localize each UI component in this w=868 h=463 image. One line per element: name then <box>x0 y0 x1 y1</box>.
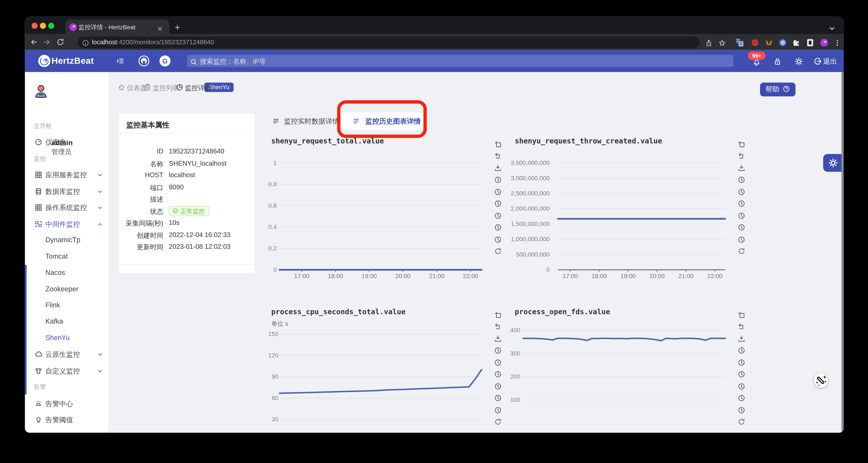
sidebar-item-dynamictp[interactable]: DynamicTp <box>25 232 108 248</box>
sidebar-item[interactable]: 中间件监控 <box>25 216 108 232</box>
sidebar-item-kafka[interactable]: Kafka <box>25 314 108 330</box>
blue-extension-icon[interactable] <box>779 38 786 46</box>
puzzle-extensions-icon-icon[interactable] <box>792 38 800 46</box>
github-icon[interactable] <box>138 55 150 68</box>
clock-icon[interactable] <box>494 395 501 402</box>
sidebar-item-nacos[interactable]: Nacos <box>25 265 108 281</box>
new-tab-button[interactable] <box>174 23 181 33</box>
clock-icon[interactable] <box>494 371 501 378</box>
forward-icon[interactable] <box>43 38 51 48</box>
breadcrumb-item[interactable]: 仪表盘 <box>127 84 147 93</box>
sidebar-item[interactable]: 应用服务监控 <box>25 167 108 183</box>
hertzbeat-logo-icon[interactable] <box>38 55 51 69</box>
tab-search-chevron-icon[interactable] <box>829 23 835 33</box>
clock-icon[interactable] <box>738 406 745 414</box>
tab-realtime-data[interactable]: 监控实时数据详情 <box>269 112 342 130</box>
close-tab-icon[interactable] <box>157 24 163 34</box>
y-tick-label: 0.6 <box>268 202 277 209</box>
download-icon[interactable] <box>738 164 745 171</box>
reload-icon[interactable] <box>56 38 64 48</box>
download-icon[interactable] <box>494 335 501 342</box>
refresh-icon[interactable] <box>738 248 745 255</box>
sidebar-item[interactable]: 数据库监控 <box>25 183 108 199</box>
refresh-icon[interactable] <box>738 418 745 426</box>
clock-icon[interactable] <box>738 236 745 243</box>
logout-label[interactable]: 退出 <box>823 57 837 66</box>
lock-icon[interactable] <box>773 57 782 67</box>
undo-icon[interactable] <box>738 323 745 330</box>
clock-icon[interactable] <box>738 188 745 195</box>
undo-icon[interactable] <box>494 152 501 160</box>
help-button[interactable]: 帮助 <box>760 83 796 96</box>
translate-extension-icon[interactable]: 英1 <box>736 38 743 46</box>
crop-icon[interactable] <box>738 140 745 148</box>
sidebar-item-tomcat[interactable]: Tomcat <box>25 249 108 265</box>
settings-gear-icon[interactable] <box>794 57 803 68</box>
sidebar-item[interactable]: 告警阈值 <box>25 412 108 428</box>
crop-icon[interactable] <box>494 311 501 318</box>
purple-extension-icon[interactable] <box>820 38 828 46</box>
close-window-button[interactable] <box>32 23 38 29</box>
breadcrumb-item: 监控详情 <box>185 84 212 93</box>
refresh-icon[interactable] <box>494 418 501 426</box>
clock-icon[interactable] <box>738 383 745 390</box>
breadcrumb-item[interactable]: 监控列表 <box>153 84 179 93</box>
url-bar[interactable]: localhost:4200/monitors/195232371248640 <box>78 36 700 48</box>
clock-icon[interactable] <box>494 212 501 219</box>
clock-icon[interactable] <box>738 347 745 354</box>
crop-icon[interactable] <box>738 311 745 318</box>
white-extension-icon[interactable] <box>806 38 814 46</box>
clock-icon[interactable] <box>494 176 501 183</box>
sidebar-item[interactable]: 云原生监控 <box>25 347 108 363</box>
y-tick-label: 1 <box>273 159 277 166</box>
sidebar-item[interactable]: 仪表盘 <box>25 134 108 150</box>
undo-icon[interactable] <box>494 323 501 330</box>
sidebar-item-flink[interactable]: Flink <box>25 297 108 314</box>
chart-title: process_cpu_seconds_total.value <box>271 308 406 316</box>
sidebar-item-shenyu[interactable]: ShenYu <box>25 330 108 346</box>
clock-icon[interactable] <box>738 395 745 402</box>
back-icon[interactable] <box>30 38 38 48</box>
sidebar-item[interactable]: 告警通知 <box>25 428 108 433</box>
site-info-icon[interactable] <box>82 38 89 49</box>
metamask-extension-icon[interactable] <box>765 38 773 46</box>
clock-icon[interactable] <box>738 176 745 183</box>
monitor-search-input[interactable]: 搜索监控：名称、IP等 <box>187 55 734 67</box>
avatar[interactable] <box>33 83 49 102</box>
undo-icon[interactable] <box>738 152 745 160</box>
brand-name[interactable]: HertzBeat <box>52 56 94 66</box>
theme-settings-float-button[interactable] <box>823 154 844 172</box>
scrollbar[interactable] <box>841 72 844 433</box>
clock-icon[interactable] <box>494 224 501 231</box>
sidebar-item[interactable]: 自定义监控 <box>25 363 108 379</box>
gitee-icon[interactable]: G <box>159 55 170 68</box>
clock-icon[interactable] <box>738 371 745 378</box>
minimize-window-button[interactable] <box>40 23 46 29</box>
clock-icon[interactable] <box>738 359 745 366</box>
clock-icon[interactable] <box>738 200 745 207</box>
download-icon[interactable] <box>738 335 745 342</box>
sidebar-item-zookeeper[interactable]: Zookeeper <box>25 281 108 297</box>
crop-icon[interactable] <box>494 140 501 148</box>
clock-icon[interactable] <box>494 406 501 414</box>
kebab-menu-icon[interactable] <box>834 38 841 46</box>
logout-icon[interactable] <box>813 57 822 67</box>
sidebar-item[interactable]: 操作系统监控 <box>25 200 108 216</box>
share-icon[interactable] <box>705 38 713 46</box>
bookmark-star-icon[interactable] <box>718 38 726 46</box>
clock-icon[interactable] <box>738 212 745 219</box>
zoom-window-button[interactable] <box>48 23 54 29</box>
clock-icon[interactable] <box>494 347 501 354</box>
clock-icon[interactable] <box>494 200 501 207</box>
clock-icon[interactable] <box>494 383 501 390</box>
menu-fold-icon[interactable] <box>116 57 124 67</box>
red-extension-icon[interactable] <box>751 38 759 46</box>
download-icon[interactable] <box>494 164 501 171</box>
clock-icon[interactable] <box>494 188 501 195</box>
clock-icon[interactable] <box>494 359 501 366</box>
clock-icon[interactable] <box>494 236 501 243</box>
sidebar-item[interactable]: 告警中心 <box>25 396 108 411</box>
clock-icon[interactable] <box>738 224 745 231</box>
browser-tab[interactable]: 监控详情 - HertzBeat <box>65 20 169 34</box>
refresh-icon[interactable] <box>494 248 501 255</box>
